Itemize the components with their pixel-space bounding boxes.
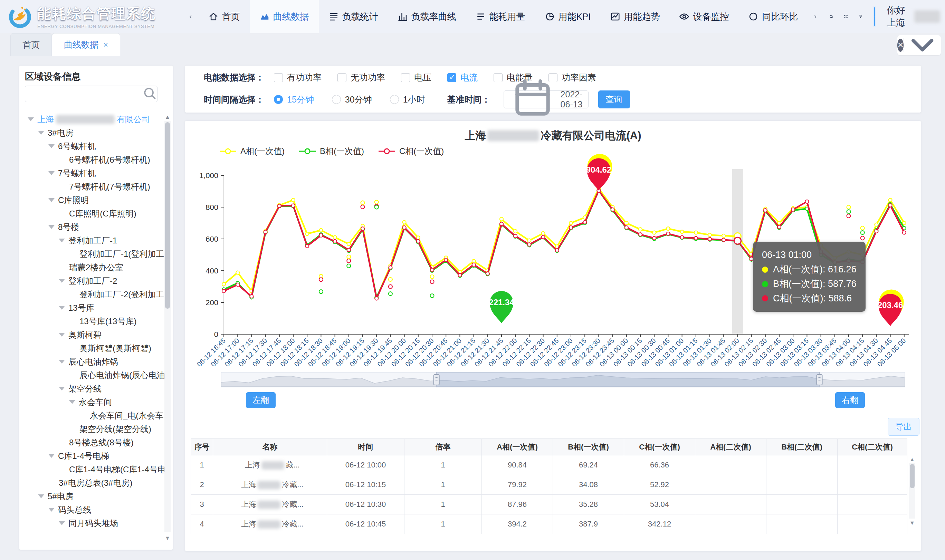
tree-search-icon[interactable] (142, 86, 157, 102)
tree-node[interactable]: 永会车间_电(永会车 (19, 409, 165, 422)
tree-node[interactable]: 永会车间 (19, 395, 165, 409)
tree-node[interactable]: 登利加工厂-2(登利加工 (19, 288, 165, 301)
tree-node[interactable]: C库照明(C库照明) (19, 207, 165, 220)
search-icon[interactable] (829, 14, 833, 18)
radio-30分钟[interactable]: 30分钟 (332, 94, 372, 105)
nav-item-用能KPI[interactable]: 用能KPI (535, 0, 601, 33)
tree-node[interactable]: 7号螺杆机(7号螺杆机) (19, 180, 165, 193)
checkbox-box[interactable] (337, 73, 346, 82)
tab-actions-chevron-icon[interactable] (904, 26, 941, 64)
nav-item-曲线数据[interactable]: 曲线数据 (250, 0, 319, 33)
checkbox-box[interactable] (447, 73, 456, 82)
tree-node[interactable]: 瑞蒙2楼办公室 (19, 261, 165, 274)
caret-down-icon[interactable] (48, 198, 55, 202)
caret-down-icon[interactable] (48, 508, 55, 512)
fullscreen-icon[interactable] (844, 14, 848, 18)
tree-node[interactable]: 13号库(13号库) (19, 314, 165, 328)
page-left-button[interactable]: 左翻 (246, 392, 275, 408)
checkbox-有功功率[interactable]: 有功功率 (274, 72, 322, 83)
checkbox-电压[interactable]: 电压 (401, 72, 431, 83)
caret-down-icon[interactable] (59, 360, 65, 363)
query-button[interactable]: 查询 (598, 91, 630, 108)
tree-node[interactable]: 辰心电油炸锅 (19, 355, 165, 368)
caret-down-icon[interactable] (48, 171, 55, 175)
tree-node[interactable]: 6号螺杆机(6号螺杆机) (19, 153, 165, 166)
nav-item-同比环比[interactable]: 同比环比 (739, 0, 808, 33)
checkbox-电流[interactable]: 电流 (447, 72, 478, 83)
datazoom-window[interactable] (437, 372, 820, 388)
table-scroll-down-icon[interactable]: ▼ (909, 520, 915, 526)
caret-down-icon[interactable] (38, 131, 44, 135)
tree-node[interactable]: 码头总线 (19, 503, 165, 517)
tree-scrollbar-thumb[interactable] (165, 122, 170, 309)
caret-down-icon[interactable] (48, 144, 55, 148)
tree-node[interactable]: 架空分线 (19, 382, 165, 395)
nav-item-设备监控[interactable]: 设备监控 (670, 0, 739, 33)
language-dropdown-button[interactable] (873, 6, 876, 27)
tree-node[interactable]: 登利加工厂-2 (19, 274, 165, 288)
tree-node[interactable]: 辰心电油炸锅(辰心电油 (19, 368, 165, 382)
caret-down-icon[interactable] (59, 387, 65, 391)
radio-circle[interactable] (332, 95, 341, 104)
page-right-button[interactable]: 右翻 (835, 392, 865, 408)
caret-down-icon[interactable] (59, 306, 65, 310)
caret-down-icon[interactable] (59, 522, 65, 525)
checkbox-功率因素[interactable]: 功率因素 (548, 72, 596, 83)
tree-node[interactable]: 8号楼 (19, 220, 165, 234)
export-button[interactable]: 导出 (888, 418, 919, 436)
tree-node[interactable]: C库1-4号电梯(C库1-4号电 (19, 463, 165, 476)
caret-down-icon[interactable] (59, 279, 65, 283)
tree-node[interactable]: 3#电房总表(3#电房) (19, 476, 165, 489)
tree-node[interactable]: 6号螺杆机 (19, 140, 165, 153)
checkbox-无功功率[interactable]: 无功功率 (337, 72, 385, 83)
radio-circle[interactable] (390, 95, 399, 104)
caret-down-icon[interactable] (69, 400, 75, 404)
tree-node[interactable]: 登利加工厂-1(登利加工 (19, 247, 165, 261)
nav-item-用能趋势[interactable]: 用能趋势 (600, 0, 670, 33)
tree-node[interactable]: C库1-4号电梯 (19, 449, 165, 463)
tree-node[interactable]: 3#电房 (19, 126, 165, 140)
tab-close-icon[interactable]: × (103, 40, 108, 50)
nav-item-负载统计[interactable]: 负载统计 (319, 0, 388, 33)
tree-scrollbar[interactable] (165, 121, 171, 532)
close-all-tabs-icon[interactable]: ✕ (897, 38, 903, 52)
caret-down-icon[interactable] (59, 238, 65, 242)
tree-node[interactable]: 8号楼总线(8号楼) (19, 436, 165, 449)
tree-node[interactable]: 7号螺杆机 (19, 166, 165, 180)
radio-15分钟[interactable]: 15分钟 (274, 94, 314, 105)
tree-node[interactable]: 上海有限公司 (19, 112, 165, 126)
checkbox-box[interactable] (401, 73, 410, 82)
tree-node[interactable]: 5#电房 (19, 489, 165, 503)
table-scrollbar-thumb[interactable] (910, 464, 914, 488)
table-row[interactable]: 4上海冷藏...06-12 10:451394.2387.9342.12 (191, 514, 907, 534)
table-row[interactable]: 3上海冷藏...06-12 10:30187.9635.2853.04 (191, 495, 907, 514)
caret-down-icon[interactable] (28, 117, 34, 121)
tree-node[interactable]: 同月码头堆场 (19, 517, 165, 530)
caret-down-icon[interactable] (59, 333, 65, 337)
table-row[interactable]: 2上海冷藏...06-12 10:15179.9234.0852.92 (191, 475, 907, 495)
nav-more-right-icon[interactable] (808, 14, 823, 19)
nav-item-首页[interactable]: 首页 (199, 0, 250, 33)
caret-down-icon[interactable] (38, 494, 44, 498)
base-time-picker[interactable]: 2022-06-13 (503, 91, 589, 108)
tree-node[interactable]: 奥斯柯碧(奥斯柯碧) (19, 342, 165, 355)
tree-node[interactable]: 13号库 (19, 301, 165, 314)
checkbox-box[interactable] (494, 73, 503, 82)
caret-down-icon[interactable] (48, 225, 55, 229)
tree-scroll-down-icon[interactable]: ▼ (165, 535, 171, 542)
table-scroll-up-icon[interactable]: ▲ (909, 457, 915, 463)
tree-node[interactable]: 登利加工厂-1 (19, 234, 165, 247)
caret-down-icon[interactable] (48, 454, 55, 458)
nav-item-负载率曲线[interactable]: 负载率曲线 (388, 0, 466, 33)
radio-circle[interactable] (274, 95, 283, 104)
datazoom-slider[interactable] (221, 372, 905, 388)
tab-首页[interactable]: 首页 (10, 33, 52, 56)
tree-search-input[interactable] (25, 89, 142, 99)
nav-collapse-left-icon[interactable] (183, 14, 199, 19)
tree-node[interactable]: 奥斯柯碧 (19, 328, 165, 342)
tree-node[interactable]: 架空分线(架空分线) (19, 422, 165, 436)
nav-item-能耗用量[interactable]: 能耗用量 (466, 0, 535, 33)
tree-scroll-up-icon[interactable]: ▲ (165, 114, 171, 120)
table-row[interactable]: 1上海藏...06-12 10:00190.8469.2466.36 (191, 455, 907, 475)
tree-node[interactable]: C库照明 (19, 193, 165, 207)
